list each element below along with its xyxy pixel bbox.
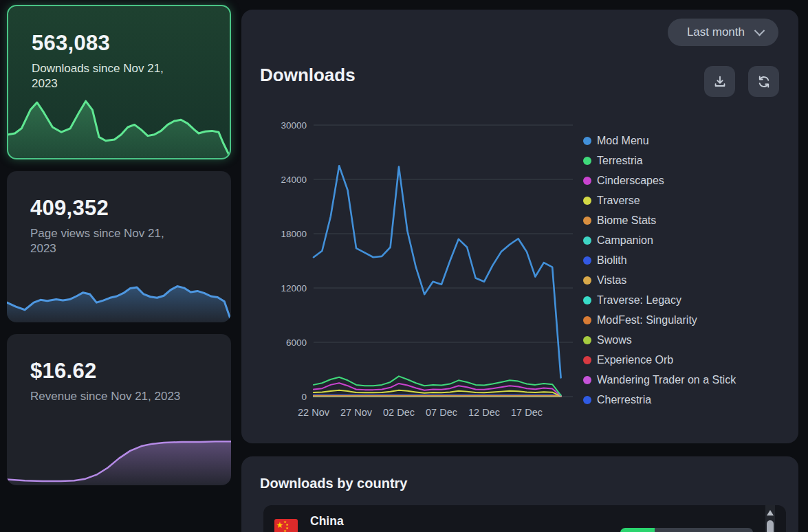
- legend-dot-icon: [583, 376, 591, 384]
- stat-card-downloads[interactable]: 563,083 Downloads since Nov 21, 2023: [7, 5, 231, 159]
- legend-item[interactable]: Swows: [583, 330, 736, 350]
- legend-label: Campanion: [597, 234, 653, 247]
- svg-text:12 Dec: 12 Dec: [468, 407, 500, 418]
- svg-text:0: 0: [301, 392, 307, 402]
- stat-card-revenue[interactable]: $16.62 Revenue since Nov 21, 2023: [7, 334, 231, 485]
- svg-text:12000: 12000: [281, 283, 307, 293]
- chart-legend: Mod MenuTerrestriaCinderscapesTraverseBi…: [583, 131, 736, 410]
- svg-text:17 Dec: 17 Dec: [511, 407, 543, 418]
- date-range-selector[interactable]: Last month: [668, 19, 778, 46]
- legend-dot-icon: [583, 396, 591, 404]
- legend-dot-icon: [583, 177, 591, 185]
- page-views-total: 409,352: [30, 196, 210, 221]
- legend-item[interactable]: Campanion: [583, 230, 736, 250]
- downloads-sparkline: [8, 96, 230, 158]
- revenue-total: $16.62: [30, 359, 210, 384]
- legend-label: Terrestria: [597, 155, 643, 167]
- country-row: ★★★★★China: [263, 505, 786, 532]
- legend-dot-icon: [583, 217, 591, 225]
- country-panel-title: Downloads by country: [260, 476, 407, 491]
- legend-item[interactable]: Cinderscapes: [583, 170, 736, 190]
- legend-label: Wandering Trader on a Stick: [597, 374, 736, 386]
- svg-text:22 Nov: 22 Nov: [298, 407, 330, 418]
- scrollbar-thumb[interactable]: [767, 520, 774, 532]
- legend-label: Biome Stats: [597, 214, 656, 227]
- page-title: Downloads: [260, 65, 356, 86]
- legend-dot-icon: [583, 256, 591, 265]
- legend-item[interactable]: Experience Orb: [583, 350, 736, 370]
- downloads-by-country-panel: Downloads by country ★★★★★China: [241, 456, 798, 532]
- legend-label: Mod Menu: [597, 135, 649, 147]
- svg-text:★: ★: [283, 529, 287, 532]
- scroll-up-arrow-icon[interactable]: [767, 510, 774, 516]
- legend-dot-icon: [583, 276, 591, 285]
- legend-item[interactable]: Terrestria: [583, 151, 736, 170]
- svg-text:★: ★: [276, 520, 284, 530]
- downloads-total: 563,083: [32, 31, 209, 56]
- legend-item[interactable]: Cherrestria: [583, 390, 736, 410]
- downloads-panel: Last month Downloads 0600012000180002400…: [241, 10, 798, 443]
- legend-label: Cherrestria: [597, 394, 651, 406]
- legend-label: Biolith: [597, 254, 627, 267]
- legend-label: Traverse: [597, 195, 640, 207]
- refresh-button[interactable]: [748, 66, 779, 97]
- downloads-total-label: Downloads since Nov 21, 2023: [32, 61, 188, 92]
- svg-text:02 Dec: 02 Dec: [383, 407, 415, 418]
- legend-dot-icon: [583, 197, 591, 205]
- legend-label: Traverse: Legacy: [597, 294, 681, 307]
- legend-dot-icon: [583, 356, 591, 364]
- legend-dot-icon: [583, 296, 591, 304]
- legend-dot-icon: [583, 336, 591, 344]
- flag-cn-icon: ★★★★★: [274, 519, 298, 532]
- legend-dot-icon: [583, 157, 591, 165]
- legend-item[interactable]: Wandering Trader on a Stick: [583, 370, 736, 390]
- date-range-label: Last month: [687, 25, 745, 39]
- legend-label: ModFest: Singularity: [597, 314, 697, 326]
- country-progress-fill: [620, 528, 655, 532]
- legend-item[interactable]: Biolith: [583, 250, 736, 270]
- revenue-sparkline: [7, 427, 231, 485]
- download-icon: [712, 74, 728, 89]
- chevron-down-icon: [754, 25, 765, 36]
- country-progress-bar: [620, 528, 753, 532]
- legend-label: Experience Orb: [597, 354, 673, 366]
- legend-dot-icon: [583, 137, 591, 145]
- svg-text:27 Nov: 27 Nov: [340, 407, 373, 418]
- legend-label: Cinderscapes: [597, 175, 664, 187]
- svg-text:18000: 18000: [281, 229, 307, 239]
- legend-dot-icon: [583, 236, 591, 245]
- downloads-chart: 060001200018000240003000022 Nov27 Nov02 …: [255, 111, 578, 434]
- svg-text:6000: 6000: [286, 337, 307, 348]
- legend-item[interactable]: Biome Stats: [583, 210, 736, 230]
- scrollbar[interactable]: [765, 505, 775, 532]
- country-name: China: [310, 514, 344, 529]
- legend-item[interactable]: ModFest: Singularity: [583, 310, 736, 330]
- legend-item[interactable]: Traverse: [583, 190, 736, 210]
- page-views-total-label: Page views since Nov 21, 2023: [30, 226, 190, 257]
- svg-text:30000: 30000: [281, 120, 307, 131]
- legend-label: Swows: [597, 334, 632, 346]
- revenue-total-label: Revenue since Nov 21, 2023: [30, 389, 190, 404]
- svg-text:24000: 24000: [281, 175, 307, 185]
- legend-item[interactable]: Traverse: Legacy: [583, 290, 736, 310]
- svg-text:07 Dec: 07 Dec: [426, 407, 457, 418]
- legend-label: Vistas: [597, 274, 626, 287]
- country-list[interactable]: ★★★★★China: [263, 505, 786, 532]
- stat-card-page-views[interactable]: 409,352 Page views since Nov 21, 2023: [7, 171, 231, 322]
- page-views-sparkline: [7, 270, 231, 322]
- export-button[interactable]: [704, 66, 735, 97]
- legend-item[interactable]: Vistas: [583, 270, 736, 290]
- legend-dot-icon: [583, 316, 591, 324]
- legend-item[interactable]: Mod Menu: [583, 131, 736, 151]
- refresh-icon: [756, 74, 772, 89]
